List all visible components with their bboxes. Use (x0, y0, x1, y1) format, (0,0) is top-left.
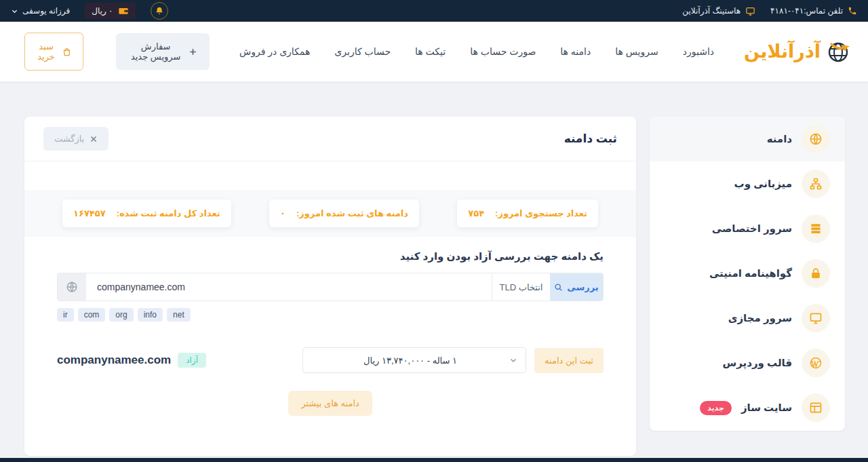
domain-registration-card: ثبت دامنه بازگشت تعداد جستجوی امروز: ۷۵۴… (24, 117, 636, 456)
topbar: تلفن تماس:۰۴۱-۴۱۸۱ هاستینگ آذرآنلاین ۰ ر… (0, 0, 868, 22)
tld-chip-org[interactable]: org (109, 308, 133, 322)
sidebar-item-label: گواهینامه امنیتی (709, 267, 792, 280)
more-domains-button[interactable]: دامنه های بیشتر (288, 391, 372, 416)
page-title: ثبت دامنه (564, 132, 617, 146)
domain-search-bar: بررسی انتخاب TLD (57, 273, 604, 301)
wallet-balance: ۰ ریال (92, 6, 113, 16)
check-button[interactable]: بررسی (550, 273, 603, 301)
nav-item-domains[interactable]: دامنه ها (560, 46, 591, 57)
cart-button[interactable]: سبد خرید (24, 33, 83, 71)
domain-input[interactable] (86, 273, 492, 301)
nav-item-account[interactable]: حساب کاربری (334, 46, 391, 57)
sidebar-item-ssl-certificate[interactable]: گواهینامه امنیتی (650, 251, 845, 296)
logo-globe-icon (825, 38, 852, 65)
notifications-button[interactable] (151, 2, 168, 20)
bell-icon (155, 6, 164, 16)
sidebar-item-dedicated-server[interactable]: سرور اختصاصی (650, 206, 845, 251)
globe-icon (58, 273, 86, 301)
plus-icon (189, 47, 197, 56)
new-badge: جدید (700, 401, 732, 415)
sitemap-icon (802, 170, 830, 198)
sidebar-item-label: سرور اختصاصی (712, 223, 792, 235)
tld-chip-net[interactable]: net (167, 308, 191, 322)
stat-value: ۷۵۴ (468, 208, 484, 218)
order-new-service-button[interactable]: سفارش سرویس جدید (116, 33, 210, 70)
stat-label: دامنه های ثبت شده امروز: (296, 208, 408, 218)
sidebar-item-wordpress-theme[interactable]: قالب وردپرس (650, 341, 845, 385)
back-label: بازگشت (54, 134, 84, 144)
footer-strip (0, 458, 868, 462)
topbar-user-group: ۰ ریال فرزانه یوسفی (11, 2, 168, 20)
search-icon (554, 283, 563, 292)
stat-registered-today: دامنه های ثبت شده امروز: ۰ (269, 199, 419, 227)
stat-value: ۱۶۷۴۵۷ (73, 208, 106, 218)
tld-chip-info[interactable]: info (138, 308, 163, 322)
phone-icon (848, 6, 857, 16)
basket-icon (62, 47, 72, 57)
search-hint: یک دامنه جهت بررسی آزاد بودن وارد کنید (57, 250, 604, 263)
search-result-row: ثبت این دامنه ۱ ساله - ۱۳,۷۴۰,۰۰۰ ریال آ… (57, 347, 604, 373)
more-domains-wrap: دامنه های بیشتر (24, 391, 636, 416)
availability-badge: آزاد (178, 353, 206, 368)
monitor-icon (802, 304, 830, 332)
phone-label: تلفن تماس:۰۴۱-۴۱۸۱ (770, 6, 843, 16)
phone-contact: تلفن تماس:۰۴۱-۴۱۸۱ (770, 6, 857, 16)
domain-result: آزاد companynamee.com (57, 353, 206, 368)
hosting-label: هاستینگ آذرآنلاین (682, 6, 741, 16)
cart-label: سبد خرید (36, 41, 56, 62)
server-icon (802, 214, 830, 243)
browser-icon (802, 393, 830, 422)
chevron-down-icon (509, 356, 517, 364)
nav-item-dashboard[interactable]: داشبورد (683, 46, 714, 57)
tld-chip-ir[interactable]: ir (57, 308, 74, 322)
user-menu[interactable]: فرزانه یوسفی (11, 6, 70, 16)
sidebar-item-domain[interactable]: دامنه (650, 117, 845, 161)
order-new-service-label: سفارش سرویس جدید (128, 41, 183, 62)
monitor-icon (745, 6, 755, 16)
sidebar-item-label: سایت ساز (741, 402, 792, 414)
sidebar-item-label: میزبانی وب (734, 178, 792, 190)
tld-chip-com[interactable]: com (78, 308, 106, 322)
content-area: دامنه میزبانی وب سرور اختصاصی گواهینامه … (0, 117, 868, 456)
stat-label: تعداد جستجوی امروز: (495, 208, 587, 218)
card-header: ثبت دامنه بازگشت (24, 117, 636, 161)
nav-item-services[interactable]: سرویس ها (615, 46, 658, 57)
nav-item-affiliate[interactable]: همکاری در فروش (239, 46, 310, 57)
nav-item-invoices[interactable]: صورت حساب ها (470, 46, 536, 57)
chevron-down-icon (11, 7, 18, 15)
price-period-select[interactable]: ۱ ساله - ۱۳,۷۴۰,۰۰۰ ریال (302, 347, 526, 373)
close-icon (90, 135, 98, 143)
register-domain-button[interactable]: ثبت این دامنه (534, 348, 604, 373)
user-name: فرزانه یوسفی (22, 6, 70, 16)
sidebar-item-vps[interactable]: سرور مجازی (650, 296, 845, 341)
sidebar-item-site-builder[interactable]: سایت ساز جدید (650, 385, 845, 430)
stat-label: تعداد کل دامنه ثبت شده: (117, 208, 220, 218)
tld-select-label: انتخاب TLD (500, 282, 543, 292)
wordpress-icon (802, 349, 830, 377)
sidebar-item-label: سرور مجازی (728, 312, 792, 324)
sidebar-item-label: قالب وردپرس (723, 357, 792, 369)
wallet-chip[interactable]: ۰ ریال (85, 3, 135, 19)
topbar-info-group: تلفن تماس:۰۴۱-۴۱۸۱ هاستینگ آذرآنلاین (682, 6, 857, 16)
sidebar-item-label: دامنه (767, 133, 792, 145)
sidebar: دامنه میزبانی وب سرور اختصاصی گواهینامه … (650, 117, 845, 431)
stats-band: تعداد جستجوی امروز: ۷۵۴ دامنه های ثبت شد… (24, 190, 636, 237)
wallet-icon (118, 5, 129, 16)
main-nav: داشبورد سرویس ها دامنه ها صورت حساب ها ت… (239, 46, 714, 57)
back-button[interactable]: بازگشت (43, 127, 108, 151)
nav-item-tickets[interactable]: تیکت ها (415, 46, 446, 57)
sidebar-item-web-hosting[interactable]: میزبانی وب (650, 161, 845, 206)
price-option-label: ۱ ساله - ۱۳,۷۴۰,۰۰۰ ریال (311, 355, 509, 366)
hosting-brand: هاستینگ آذرآنلاین (682, 6, 755, 16)
header-actions: سفارش سرویس جدید سبد خرید (24, 33, 210, 71)
header: آذرآنلاین داشبورد سرویس ها دامنه ها صورت… (0, 22, 868, 81)
globe-icon (802, 125, 830, 153)
tld-select[interactable]: انتخاب TLD (492, 273, 550, 301)
result-domain-name: companynamee.com (57, 353, 171, 367)
logo[interactable]: آذرآنلاین (744, 38, 852, 65)
logo-text: آذرآنلاین (744, 41, 821, 62)
stat-searches-today: تعداد جستجوی امروز: ۷۵۴ (457, 199, 598, 227)
stat-total-registered: تعداد کل دامنه ثبت شده: ۱۶۷۴۵۷ (62, 199, 231, 227)
tld-chips: ir com org info net (57, 308, 604, 322)
stat-value: ۰ (280, 208, 285, 218)
